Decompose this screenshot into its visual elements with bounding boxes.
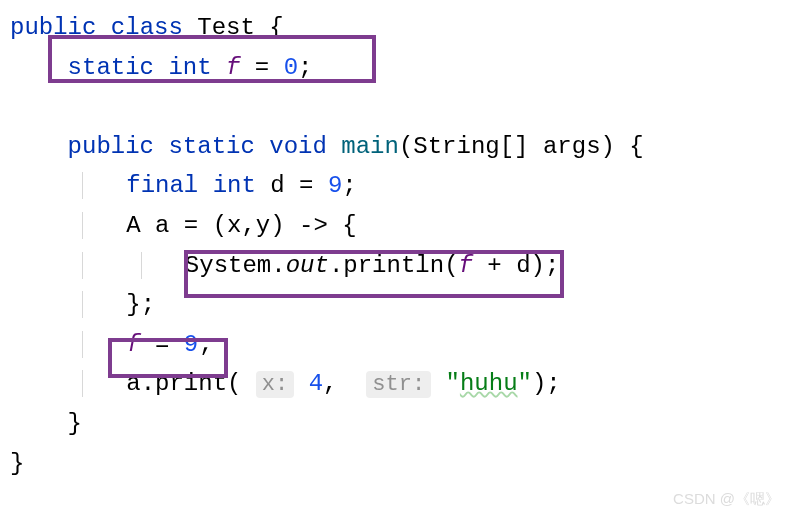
keyword-class: class: [111, 14, 183, 41]
param-hint-str: str:: [366, 371, 431, 398]
brackets: []: [500, 133, 543, 160]
space: [431, 370, 445, 397]
code-line-2: static int f = 0;: [10, 48, 780, 88]
paren-close-brace: ) {: [601, 133, 644, 160]
close-brace-semi: };: [126, 291, 155, 318]
field-f-assign: f: [126, 331, 140, 358]
lambda-decl: a = (x,y) -> {: [141, 212, 357, 239]
paren-open: (: [399, 133, 413, 160]
comma: ,: [323, 370, 366, 397]
field-out: out: [286, 252, 329, 279]
number-zero: 0: [284, 54, 298, 81]
number-nine: 9: [184, 331, 198, 358]
keyword-public: public: [68, 133, 154, 160]
keyword-int: int: [213, 172, 256, 199]
code-line-5: final int d = 9;: [10, 166, 780, 206]
code-line-1: public class Test {: [10, 8, 780, 48]
dot: .: [329, 252, 343, 279]
var-d-ref: d: [516, 252, 530, 279]
keyword-static: static: [168, 133, 254, 160]
code-line-3: [10, 87, 780, 127]
paren-open: (: [444, 252, 458, 279]
plus-op: +: [473, 252, 516, 279]
watermark: CSDN @《嗯》: [673, 487, 780, 512]
type-string: String: [413, 133, 499, 160]
equals: =: [141, 331, 184, 358]
class-name: Test: [197, 14, 255, 41]
code-line-4: public static void main(String[] args) {: [10, 127, 780, 167]
equals: =: [285, 172, 328, 199]
paren-close-semi: );: [531, 252, 560, 279]
number-nine: 9: [328, 172, 342, 199]
string-quote: ": [446, 370, 460, 397]
space: [294, 370, 308, 397]
method-main: main: [341, 133, 399, 160]
semicolon: ;: [298, 54, 312, 81]
keyword-final: final: [126, 172, 198, 199]
code-line-10: a.print( x: 4, str: "huhu");: [10, 364, 780, 404]
semicolon: ;: [198, 331, 212, 358]
brace-open: {: [255, 14, 284, 41]
code-line-8: };: [10, 285, 780, 325]
string-quote: ": [518, 370, 532, 397]
keyword-int: int: [168, 54, 211, 81]
field-f-ref: f: [459, 252, 473, 279]
dot: .: [271, 252, 285, 279]
keyword-void: void: [269, 133, 327, 160]
close-brace: }: [10, 450, 24, 477]
class-system: System: [185, 252, 271, 279]
keyword-static: static: [68, 54, 154, 81]
number-four: 4: [309, 370, 323, 397]
keyword-public: public: [10, 14, 96, 41]
field-f: f: [226, 54, 240, 81]
type-A: A: [126, 212, 140, 239]
param-args: args: [543, 133, 601, 160]
var-d: d: [270, 172, 284, 199]
a-print-call: a.print(: [126, 370, 256, 397]
string-huhu: huhu: [460, 370, 518, 397]
param-hint-x: x:: [256, 371, 294, 398]
code-line-9: f = 9;: [10, 325, 780, 365]
method-println: println: [343, 252, 444, 279]
paren-close-semi: );: [532, 370, 561, 397]
code-line-6: A a = (x,y) -> {: [10, 206, 780, 246]
code-line-11: }: [10, 404, 780, 444]
close-brace: }: [68, 410, 82, 437]
equals: =: [240, 54, 283, 81]
code-line-12: }: [10, 444, 780, 484]
semicolon: ;: [342, 172, 356, 199]
code-line-7: System.out.println(f + d);: [10, 246, 780, 286]
